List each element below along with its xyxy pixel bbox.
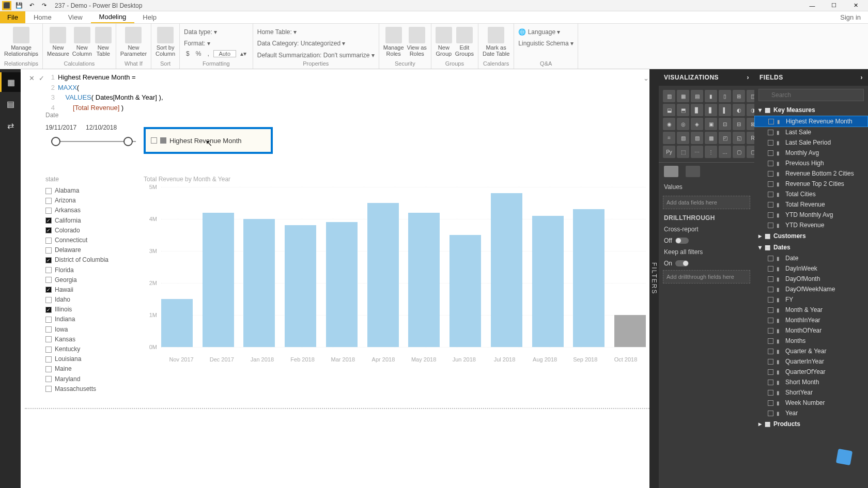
bar[interactable]	[491, 193, 522, 347]
view-as-roles-button[interactable]: View as Roles	[407, 27, 427, 57]
field-row[interactable]: ▮MonthOfYear	[754, 325, 868, 336]
format-tab[interactable]	[686, 166, 700, 177]
undo-icon[interactable]: ↶	[27, 1, 36, 10]
date-slider[interactable]	[56, 136, 128, 147]
checkbox-icon[interactable]	[45, 188, 52, 194]
field-checkbox[interactable]	[768, 130, 773, 135]
field-checkbox[interactable]	[768, 276, 773, 282]
checkbox-icon[interactable]	[45, 326, 52, 333]
viz-type-icon[interactable]: ⬚	[677, 146, 689, 158]
field-table-header[interactable]: ▸▦Products	[754, 418, 868, 430]
viz-type-icon[interactable]: ▌	[719, 104, 731, 116]
viz-type-icon[interactable]: ⊟	[733, 118, 745, 130]
field-checkbox[interactable]	[768, 359, 773, 365]
checkbox-icon[interactable]	[45, 297, 52, 303]
checkbox-icon[interactable]	[45, 257, 52, 263]
chevron-right-icon[interactable]: ›	[861, 74, 863, 81]
viz-type-icon[interactable]: ▯	[719, 90, 731, 102]
viz-type-icon[interactable]: …	[719, 146, 731, 158]
spinner-icon[interactable]: ▴▾	[238, 50, 249, 57]
tab-modeling[interactable]: Modeling	[91, 11, 135, 23]
date-end[interactable]: 12/10/2018	[86, 124, 117, 131]
field-row[interactable]: ▮Revenue Top 2 Cities	[754, 179, 868, 189]
checkbox-icon[interactable]	[45, 366, 52, 372]
field-checkbox[interactable]	[768, 266, 773, 272]
field-row[interactable]: ▮MonthInYear	[754, 315, 868, 325]
field-row[interactable]: ▮DayOfMonth	[754, 274, 868, 284]
viz-type-icon[interactable]: ▥	[663, 90, 675, 102]
viz-type-icon[interactable]: ▧	[677, 132, 689, 144]
field-row[interactable]: ▮Revenue Bottom 2 Cities	[754, 168, 868, 179]
redo-icon[interactable]: ↷	[39, 1, 49, 10]
state-row[interactable]: Kansas	[45, 335, 133, 344]
viz-type-icon[interactable]: ▩	[705, 132, 717, 144]
viz-type-icon[interactable]: ◐	[733, 104, 745, 116]
drillthrough-well[interactable]: Add drillthrough fields here	[663, 270, 750, 284]
field-checkbox[interactable]	[768, 171, 773, 177]
checkbox-icon[interactable]	[45, 217, 52, 224]
field-row[interactable]: ▮Year	[754, 408, 868, 418]
viz-type-icon[interactable]: ⬒	[677, 104, 689, 116]
field-checkbox[interactable]	[768, 411, 773, 416]
checkbox-icon[interactable]	[45, 386, 52, 392]
checkbox-icon[interactable]	[45, 227, 52, 233]
bar[interactable]	[367, 203, 399, 347]
field-row[interactable]: ▮DayOfWeekName	[754, 284, 868, 294]
bar[interactable]	[450, 235, 481, 347]
viz-type-icon[interactable]: ⋮	[705, 146, 717, 158]
field-checkbox[interactable]	[768, 202, 773, 208]
field-checkbox[interactable]	[768, 318, 773, 323]
viz-type-icon[interactable]: ▦	[677, 90, 689, 102]
field-checkbox[interactable]	[768, 119, 774, 124]
bar[interactable]	[326, 222, 358, 347]
field-table-header[interactable]: ▾▦Dates	[754, 242, 868, 253]
state-row[interactable]: Georgia	[45, 275, 133, 285]
viz-type-icon[interactable]: ⌗	[663, 132, 675, 144]
field-row[interactable]: ▮Highest Revenue Month	[754, 116, 868, 127]
checkbox-icon[interactable]	[45, 356, 52, 363]
checkbox-icon[interactable]	[45, 198, 52, 204]
tab-home[interactable]: Home	[25, 11, 60, 23]
state-row[interactable]: Indiana	[45, 314, 133, 324]
viz-type-icon[interactable]: Py	[663, 146, 675, 158]
viz-type-icon[interactable]: ▨	[691, 132, 703, 144]
bar[interactable]	[573, 209, 605, 347]
viz-type-icon[interactable]: ◰	[719, 132, 731, 144]
tab-view[interactable]: View	[60, 11, 91, 23]
state-row[interactable]: California	[45, 216, 133, 226]
viz-type-icon[interactable]: ▋	[705, 104, 717, 116]
mark-date-table-button[interactable]: Mark as Date Table	[483, 27, 509, 57]
field-row[interactable]: ▮Last Sale Period	[754, 137, 868, 148]
state-row[interactable]: Delaware	[45, 245, 133, 255]
viz-type-icon[interactable]: ◈	[691, 118, 703, 130]
field-checkbox[interactable]	[768, 223, 773, 228]
field-checkbox[interactable]	[768, 328, 773, 334]
field-checkbox[interactable]	[768, 140, 773, 146]
checkbox-icon[interactable]	[45, 287, 52, 293]
viz-type-icon[interactable]: ▢	[733, 146, 745, 158]
checkbox-icon[interactable]	[45, 347, 52, 353]
percent-button[interactable]: %	[194, 50, 204, 57]
viz-type-icon[interactable]: ◱	[733, 132, 745, 144]
field-row[interactable]: ▮Months	[754, 336, 868, 346]
field-checkbox[interactable]	[768, 380, 773, 385]
viz-type-icon[interactable]: ⊞	[733, 90, 745, 102]
cross-report-toggle[interactable]	[675, 238, 689, 244]
checkbox-icon[interactable]	[45, 336, 52, 342]
edit-groups-button[interactable]: Edit Groups	[455, 27, 474, 57]
field-row[interactable]: ▮Total Revenue	[754, 199, 868, 210]
checkbox-icon[interactable]	[45, 317, 52, 323]
state-row[interactable]: Alabama	[45, 186, 133, 196]
field-row[interactable]: ▮Total Cities	[754, 189, 868, 199]
state-row[interactable]: Arkansas	[45, 206, 133, 215]
field-row[interactable]: ▮YTD Revenue	[754, 220, 868, 230]
keep-filters-toggle[interactable]	[675, 260, 689, 266]
state-row[interactable]: Massachusetts	[45, 384, 133, 394]
bar[interactable]	[203, 213, 234, 347]
field-row[interactable]: ▮Quarter & Year	[754, 346, 868, 356]
checkbox-icon[interactable]	[45, 376, 52, 382]
state-row[interactable]: Florida	[45, 265, 133, 275]
save-icon[interactable]: 💾	[14, 1, 24, 10]
field-row[interactable]: ▮Short Month	[754, 377, 868, 387]
field-row[interactable]: ▮Week Number	[754, 398, 868, 408]
